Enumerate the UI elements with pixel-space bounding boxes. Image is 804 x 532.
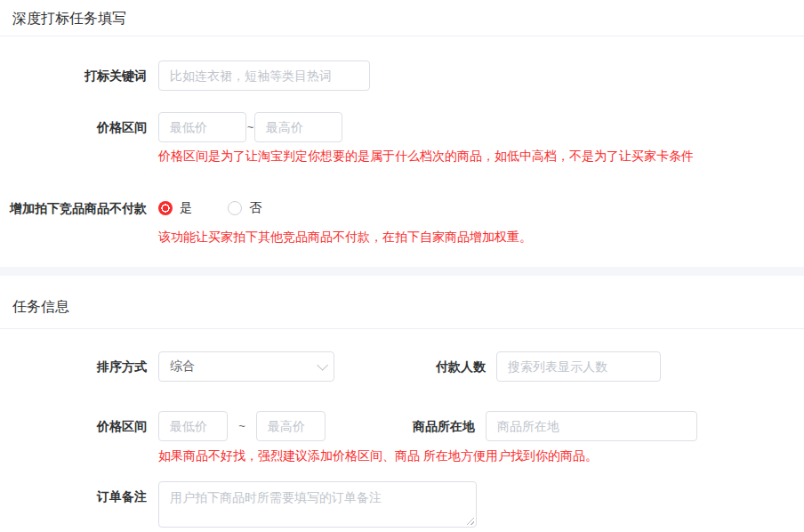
price-range-hint: 价格区间是为了让淘宝判定你想要的是属于什么档次的商品，如低中高档，不是为了让买家… (158, 147, 804, 165)
location-hint: 如果商品不好找，强烈建议添加价格区间、商品 所在地方便用户找到你的商品。 (158, 447, 804, 464)
price-min-input[interactable] (158, 112, 246, 142)
sort-select[interactable]: 综合 (158, 351, 334, 382)
section-separator-band (0, 267, 804, 276)
section-title-deep-marking: 深度打标任务填写 (0, 0, 804, 28)
payers-label: 付款人数 (334, 351, 486, 382)
price-min-input-2[interactable] (158, 411, 228, 441)
radio-no-label: 否 (249, 200, 261, 216)
radio-yes-label: 是 (180, 200, 192, 216)
remark-textarea[interactable] (158, 481, 477, 528)
keyword-row: 打标关键词 (0, 60, 804, 91)
chevron-down-icon (317, 359, 328, 371)
no-pay-radio-group: 是 否 (158, 193, 261, 223)
price-range-label: 价格区间 (0, 112, 147, 142)
sort-label: 排序方式 (0, 351, 147, 382)
price-location-row: 价格区间 ~ 商品所在地 (0, 411, 804, 441)
price-range-label-2: 价格区间 (0, 411, 147, 441)
sort-select-value: 综合 (170, 359, 317, 375)
location-input[interactable] (486, 411, 697, 441)
divider (0, 328, 804, 329)
radio-no[interactable]: 否 (228, 200, 261, 216)
section-title-task-info: 任务信息 (0, 288, 804, 316)
radio-yes[interactable]: 是 (158, 200, 192, 216)
no-pay-row: 增加拍下竞品商品不付款 是 否 (0, 193, 804, 223)
no-pay-label: 增加拍下竞品商品不付款 (0, 193, 147, 223)
radio-unchecked-icon[interactable] (228, 201, 242, 215)
deep-marking-form: { "colors":{ "red":"#f92c2c", "border":"… (0, 0, 804, 532)
no-pay-hint: 该功能让买家拍下其他竞品商品不付款，在拍下自家商品增加权重。 (158, 228, 804, 246)
price-range-separator: ~ (246, 112, 254, 142)
keyword-label: 打标关键词 (0, 60, 147, 91)
remark-textarea-wrap (158, 481, 477, 528)
location-label: 商品所在地 (326, 411, 475, 441)
sort-payers-row: 排序方式 综合 付款人数 (0, 351, 804, 382)
keyword-input[interactable] (158, 60, 370, 91)
payers-input[interactable] (496, 351, 661, 382)
remark-row: 订单备注 (0, 481, 804, 528)
price-max-input[interactable] (254, 112, 342, 142)
price-max-input-2[interactable] (256, 411, 326, 441)
divider (0, 36, 804, 36)
price-range-separator-2: ~ (228, 411, 256, 441)
price-range-row: 价格区间 ~ (0, 112, 804, 142)
radio-checked-icon[interactable] (158, 201, 173, 215)
remark-label: 订单备注 (0, 481, 147, 512)
